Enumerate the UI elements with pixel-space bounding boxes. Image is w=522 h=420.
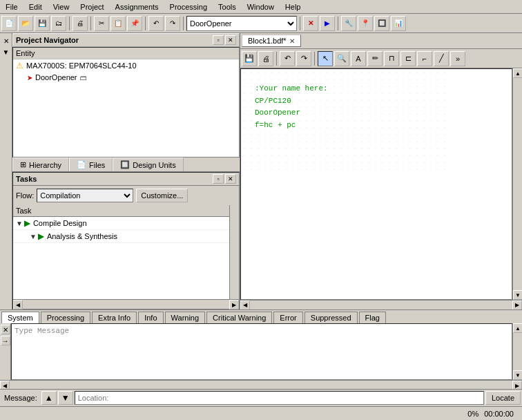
msg-hscroll[interactable]: ◀ ▶ (0, 380, 522, 389)
menu-window[interactable]: Window (242, 1, 280, 12)
open-btn[interactable]: 📂 (18, 16, 33, 31)
wire-tool[interactable]: ✏ (367, 51, 383, 66)
redo-btn[interactable]: ↷ (165, 16, 180, 31)
sidebar-down-icon[interactable]: ▼ (1, 47, 11, 57)
menu-help[interactable]: Help (280, 1, 307, 12)
canvas-redo-btn[interactable]: ↷ (296, 51, 311, 66)
left-sidebar: ✕ ▼ (0, 33, 12, 309)
flow-dropdown[interactable]: Compilation (37, 189, 133, 202)
sep5 (300, 17, 300, 30)
tasks-scroll-left[interactable]: ◀ (13, 300, 23, 309)
node-tool[interactable]: ⊓ (384, 51, 399, 66)
menu-assignments[interactable]: Assignments (110, 1, 164, 12)
undo-btn[interactable]: ↶ (148, 16, 164, 31)
msg-tab-warning[interactable]: Warning (165, 312, 206, 323)
save-btn[interactable]: 💾 (35, 16, 50, 31)
collapse-icon[interactable]: ▼ (16, 220, 23, 227)
menu-project[interactable]: Project (75, 1, 109, 12)
menu-view[interactable]: View (48, 1, 75, 12)
msg-tab-flag[interactable]: Flag (359, 312, 386, 323)
stop-btn[interactable]: ✕ (303, 16, 318, 31)
canvas-container: :Your name here: CP/PC120 DoorOpener f=h… (240, 68, 522, 309)
menu-file[interactable]: File (0, 1, 23, 12)
copy-btn[interactable]: 📋 (110, 16, 126, 31)
menu-processing[interactable]: Processing (164, 1, 213, 12)
location-input[interactable] (75, 391, 484, 405)
project-item[interactable]: ➤ DoorOpener 🗃 (24, 72, 239, 83)
msg-tab-extra-info[interactable]: Extra Info (92, 312, 137, 323)
msg-tab-system[interactable]: System (1, 312, 39, 323)
menu-tools[interactable]: Tools (213, 1, 242, 12)
nav-close-btn[interactable]: ✕ (225, 35, 236, 45)
sidebar-x-icon[interactable]: ✕ (1, 36, 11, 46)
tools-btn[interactable]: 🔧 (341, 16, 356, 31)
new-btn[interactable]: 📄 (1, 16, 17, 31)
nav-float-btn[interactable]: ▫ (213, 35, 224, 45)
sim-btn[interactable]: 📊 (391, 16, 406, 31)
task-row-synthesis[interactable]: ▼ ▶ Analysis & Synthesis (13, 230, 229, 243)
collapse-icon-2[interactable]: ▼ (30, 233, 37, 240)
entity-header: Entity (13, 48, 239, 59)
tasks-scroll-right[interactable]: ▶ (229, 300, 239, 309)
tasks-float-btn[interactable]: ▫ (213, 174, 224, 184)
tasks-close-btn[interactable]: ✕ (225, 174, 236, 184)
files-icon: 📄 (77, 160, 86, 169)
paste-btn[interactable]: 📌 (127, 16, 142, 31)
text-tool[interactable]: A (351, 51, 366, 66)
save-all-btn[interactable]: 🗂 (51, 16, 66, 31)
task-compile-label: Compile Design (33, 219, 87, 227)
msg-vscroll-down[interactable]: ▼ (513, 370, 522, 380)
msg-tab-info[interactable]: Info (138, 312, 163, 323)
msg-icon-x[interactable]: ✕ (1, 325, 10, 334)
canvas-undo-btn[interactable]: ↶ (280, 51, 295, 66)
message-label: Message: (1, 394, 40, 402)
msg-tab-suppressed[interactable]: Suppressed (304, 312, 358, 323)
canvas-hscroll[interactable]: ◀ ▶ (240, 300, 522, 309)
msg-tab-error[interactable]: Error (273, 312, 302, 323)
message-text-area[interactable]: Type Message (11, 323, 512, 380)
msg-tab-critical-warning[interactable]: Critical Warning (206, 312, 272, 323)
vscroll-down[interactable]: ▼ (513, 290, 522, 300)
msg-vscroll[interactable]: ▲ ▼ (512, 323, 522, 380)
menu-edit[interactable]: Edit (23, 1, 48, 12)
tab-hierarchy[interactable]: ⊞ Hierarchy (12, 158, 69, 171)
locate-button[interactable]: Locate (485, 391, 521, 405)
tasks-scrollbar[interactable] (229, 205, 239, 299)
tasks-header-bar: Tasks ▫ ✕ (13, 173, 239, 186)
play-icon-synthesis: ▶ (38, 231, 44, 241)
line-tool[interactable]: ╱ (434, 51, 449, 66)
arrow-right-icon: ➤ (27, 74, 32, 82)
canvas-area[interactable]: :Your name here: CP/PC120 DoorOpener f=h… (240, 68, 512, 300)
device-item[interactable]: ⚠ MAX7000S: EPM7064SLC44-10 (13, 59, 239, 72)
select-tool[interactable]: ↖ (318, 51, 333, 66)
msg-down-btn[interactable]: ▼ (58, 391, 73, 405)
chip-btn[interactable]: 🔲 (374, 16, 389, 31)
more-tools[interactable]: » (450, 51, 465, 66)
tasks-hscroll[interactable]: ◀ ▶ (13, 299, 239, 309)
orthogonal-tool[interactable]: ⌐ (417, 51, 432, 66)
project-dropdown[interactable]: DoorOpener (186, 16, 297, 31)
canvas-line-1: :Your name here: (255, 83, 328, 95)
zoom-tool[interactable]: 🔍 (334, 51, 349, 66)
canvas-print-btn[interactable]: 🖨 (258, 51, 273, 66)
customize-btn[interactable]: Customize... (136, 189, 188, 202)
compile-btn[interactable]: ▶ (320, 16, 335, 31)
hscroll-right[interactable]: ▶ (512, 300, 522, 310)
bus-tool[interactable]: ⊏ (400, 51, 416, 66)
msg-icon-arrow[interactable]: → (1, 336, 10, 345)
vscroll-up[interactable]: ▲ (513, 68, 522, 78)
hscroll-left[interactable]: ◀ (240, 300, 250, 310)
task-row-compile[interactable]: ▼ ▶ Compile Design (13, 217, 229, 230)
tab-files[interactable]: 📄 Files (69, 158, 113, 171)
print-btn[interactable]: 🖨 (72, 16, 88, 31)
close-tab-icon[interactable]: ✕ (289, 37, 295, 45)
pin-btn[interactable]: 📍 (358, 16, 373, 31)
msg-vscroll-up[interactable]: ▲ (513, 323, 522, 333)
tab-design-units[interactable]: 🔲 Design Units (113, 158, 183, 171)
cut-btn[interactable]: ✂ (94, 16, 109, 31)
msg-up-btn[interactable]: ▲ (41, 391, 57, 405)
msg-tab-processing[interactable]: Processing (41, 312, 90, 323)
canvas-vscroll[interactable]: ▲ ▼ (512, 68, 522, 300)
canvas-tab-block1[interactable]: Block1.bdf* ✕ (242, 35, 301, 47)
canvas-save-btn[interactable]: 💾 (242, 51, 257, 66)
